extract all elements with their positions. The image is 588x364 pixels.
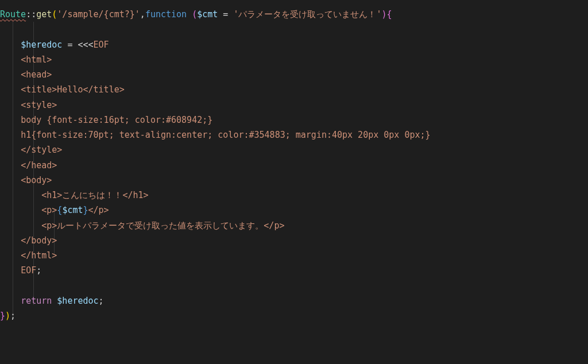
- heredoc-content: </title>: [83, 84, 125, 95]
- class-name: Route: [0, 9, 26, 20]
- code-line-14[interactable]: <p>{$cmt}</p>: [0, 203, 588, 218]
- heredoc-content: <p>: [41, 205, 57, 215]
- method-name: get: [36, 9, 52, 20]
- heredoc-content: <h1>: [41, 190, 62, 200]
- code-line-12[interactable]: <body>: [0, 173, 588, 188]
- paren-close: ): [381, 9, 386, 20]
- code-line-20[interactable]: return $heredoc;: [0, 293, 588, 308]
- variable: $heredoc: [57, 296, 98, 306]
- variable: $heredoc: [21, 40, 62, 50]
- heredoc-content: </style>: [21, 145, 62, 155]
- brace-open: {: [387, 9, 392, 20]
- paren-close: ): [5, 311, 10, 321]
- code-line-17[interactable]: </html>: [0, 248, 588, 263]
- paren-open: (: [52, 9, 57, 20]
- code-line-10[interactable]: </style>: [0, 142, 588, 157]
- semicolon: ;: [36, 265, 41, 276]
- variable: $cmt: [197, 9, 218, 20]
- code-line-6[interactable]: <title>Hello</title>: [0, 82, 588, 97]
- string-literal: '/sample/{cmt?}': [57, 9, 140, 20]
- code-line-19[interactable]: [0, 278, 588, 293]
- heredoc-content: <head>: [21, 69, 52, 80]
- code-line-1[interactable]: Route::get('/sample/{cmt?}',function ($c…: [0, 7, 588, 22]
- heredoc-open: = <<<: [62, 40, 93, 50]
- heredoc-content: <html>: [21, 55, 52, 65]
- code-line-21[interactable]: });: [0, 308, 588, 323]
- heredoc-content: <body>: [21, 175, 52, 185]
- operator-eq: =: [218, 9, 233, 20]
- code-line-5[interactable]: <head>: [0, 67, 588, 82]
- code-line-9[interactable]: h1{font-size:70pt; text-align:center; co…: [0, 127, 588, 142]
- code-line-8[interactable]: body {font-size:16pt; color:#608942;}: [0, 113, 588, 127]
- semicolon: ;: [10, 311, 16, 321]
- heredoc-content: Hello: [57, 84, 83, 95]
- heredoc-content: <title>: [21, 84, 57, 95]
- keyword-return: return: [21, 296, 57, 306]
- heredoc-content: </body>: [21, 235, 57, 246]
- heredoc-content: </html>: [21, 250, 57, 261]
- scope-operator: ::: [26, 9, 36, 20]
- brace-close: }: [0, 311, 5, 321]
- code-editor[interactable]: Route::get('/sample/{cmt?}',function ($c…: [0, 0, 588, 330]
- semicolon: ;: [99, 296, 104, 306]
- string-literal: 'パラメータを受け取っていません！': [233, 9, 381, 20]
- variable: $cmt: [62, 205, 83, 215]
- code-line-15[interactable]: <p>ルートパラメータで受け取った値を表示しています。</p>: [0, 218, 588, 233]
- heredoc-content: </p>: [88, 205, 109, 215]
- heredoc-content: h1{font-size:70pt; text-align:center; co…: [21, 130, 430, 140]
- interp-brace: }: [83, 205, 88, 215]
- code-line-2[interactable]: [0, 22, 588, 37]
- heredoc-content: <p>: [41, 220, 57, 231]
- code-line-3[interactable]: $heredoc = <<<EOF: [0, 37, 588, 52]
- heredoc-content: <style>: [21, 100, 57, 110]
- heredoc-label: EOF: [94, 40, 109, 50]
- code-line-7[interactable]: <style>: [0, 98, 588, 113]
- heredoc-content: こんにちは！！: [62, 190, 122, 200]
- heredoc-content: </p>: [264, 220, 284, 231]
- code-line-13[interactable]: <h1>こんにちは！！</h1>: [0, 188, 588, 203]
- heredoc-content: ルートパラメータで受け取った値を表示しています。: [57, 220, 264, 231]
- heredoc-content: </head>: [21, 160, 57, 171]
- code-line-18[interactable]: EOF;: [0, 263, 588, 278]
- paren-open: (: [192, 9, 197, 20]
- code-line-11[interactable]: </head>: [0, 158, 588, 173]
- code-line-16[interactable]: </body>: [0, 233, 588, 248]
- keyword-function: function: [145, 9, 192, 20]
- heredoc-content: </h1>: [122, 190, 148, 200]
- code-line-4[interactable]: <html>: [0, 52, 588, 67]
- comma: ,: [140, 9, 145, 20]
- heredoc-content: body {font-size:16pt; color:#608942;}: [21, 115, 212, 125]
- heredoc-label: EOF: [21, 265, 36, 276]
